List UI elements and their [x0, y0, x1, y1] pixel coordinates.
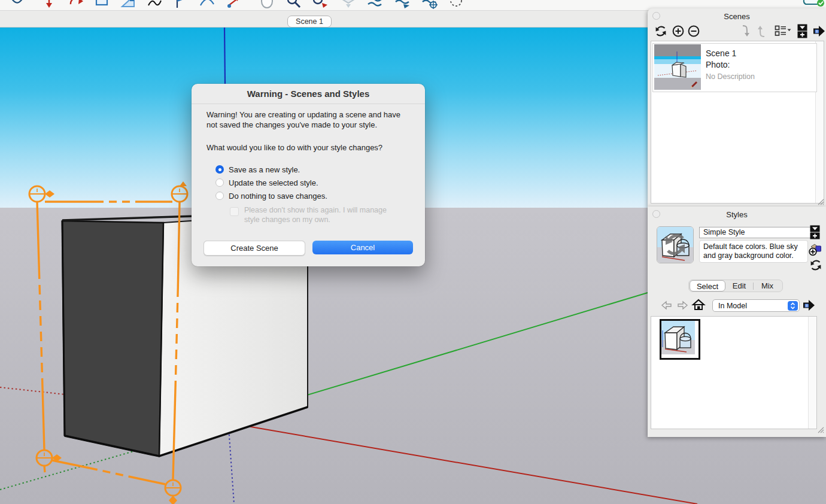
move-scene-up-icon[interactable]: [756, 24, 767, 41]
cloud-sync-ok-icon[interactable]: [800, 0, 826, 8]
style-list-item-selected[interactable]: [660, 319, 700, 360]
tab-select[interactable]: Select: [690, 280, 725, 292]
styles-panel: Styles Simple Style Default face colors.…: [648, 207, 826, 437]
add-scene-icon[interactable]: [672, 25, 685, 40]
arc-tool-icon[interactable]: [8, 0, 25, 10]
scene-list-item[interactable]: Scene 1 Photo: No Description: [652, 43, 817, 92]
move-pin-icon[interactable]: [41, 0, 57, 10]
create-style-icon[interactable]: [808, 242, 822, 259]
style-list: [651, 316, 817, 429]
update-scene-icon[interactable]: [654, 25, 667, 40]
style-collection-dropdown[interactable]: In Model: [712, 299, 800, 312]
option-label[interactable]: Save as a new style.: [229, 165, 300, 174]
details-menu-icon[interactable]: [802, 299, 816, 314]
warning-dialog: Warning - Scenes and Styles Warning! You…: [192, 84, 425, 266]
secondary-pane-icon[interactable]: [810, 225, 820, 242]
scene-tab-active[interactable]: Scene 1: [287, 16, 332, 28]
collection-value: In Model: [718, 302, 747, 310]
back-icon[interactable]: [661, 300, 673, 313]
cube-front-face[interactable]: [62, 221, 163, 456]
shape-outline-icon[interactable]: [259, 0, 275, 10]
scene-name: Scene 1: [706, 48, 736, 58]
tab-edit[interactable]: Edit: [725, 281, 753, 290]
option-save-new-style[interactable]: Save as a new style.: [215, 165, 300, 174]
curve-tool-icon[interactable]: [199, 0, 215, 10]
style-name-field[interactable]: Simple Style: [699, 227, 812, 238]
tab-mix[interactable]: Mix: [754, 281, 781, 290]
dont-show-again-row: Please don't show this again. I will man…: [230, 206, 395, 224]
option-do-nothing[interactable]: Do nothing to save changes.: [215, 191, 327, 201]
home-icon[interactable]: [691, 298, 706, 314]
move-scene-down-icon[interactable]: [740, 24, 751, 41]
sandbox-settings-icon[interactable]: [421, 0, 438, 10]
lasso-select-icon[interactable]: [448, 0, 464, 10]
current-style-thumbnail[interactable]: [657, 226, 694, 263]
style-list-scrollbar[interactable]: [808, 317, 816, 429]
sandbox-smoove-icon[interactable]: [394, 0, 411, 10]
option-label[interactable]: Do nothing to save changes.: [229, 192, 327, 201]
styles-tab-group: Select Edit Mix: [688, 280, 783, 292]
view-options-icon[interactable]: [775, 25, 792, 40]
cancel-button[interactable]: Cancel: [312, 241, 413, 254]
rectangle-tool-icon[interactable]: [93, 0, 110, 10]
radio-selected-icon[interactable]: [215, 165, 224, 174]
option-update-style[interactable]: Update the selected style.: [215, 178, 318, 187]
dropdown-stepper-icon: [788, 301, 798, 311]
section-stack-icon[interactable]: [340, 0, 357, 10]
axes-tool-icon[interactable]: [225, 0, 242, 10]
styles-panel-title: Styles: [648, 210, 826, 219]
sandbox-contours-icon[interactable]: [366, 0, 383, 10]
scenes-panel-title: Scenes: [648, 12, 826, 21]
dont-show-again-label: Please don't show this again. I will man…: [244, 206, 395, 224]
scenes-panel: Scenes: [648, 8, 826, 207]
option-label[interactable]: Update the selected style.: [229, 178, 318, 187]
details-menu-icon[interactable]: [812, 25, 826, 40]
secondary-pane-icon[interactable]: [797, 24, 807, 41]
panel-resize-grip[interactable]: [816, 198, 824, 205]
dialog-title: Warning - Scenes and Styles: [192, 84, 425, 104]
dont-show-again-checkbox: [230, 207, 239, 216]
dialog-question-text: What would you like to do with your styl…: [206, 143, 413, 152]
panel-resize-grip[interactable]: [816, 426, 824, 433]
scene-list: Scene 1 Photo: No Description: [651, 41, 824, 204]
edit-pencil-icon: [690, 79, 700, 89]
freehand-tool-icon[interactable]: [146, 0, 163, 10]
pushpull-flag-icon[interactable]: [172, 0, 189, 10]
forward-icon[interactable]: [676, 300, 688, 313]
rotate-tool-icon[interactable]: [67, 0, 84, 10]
update-style-icon[interactable]: [809, 259, 822, 274]
zoom-window-icon[interactable]: [311, 0, 328, 10]
sketchup-window: { "scene_tabs": { "active_tab": "Scene 1…: [0, 0, 826, 504]
scene-thumbnail[interactable]: [654, 44, 701, 90]
create-scene-button[interactable]: Create Scene: [204, 241, 305, 256]
scene-description: No Description: [706, 72, 755, 81]
dialog-warning-text: Warning! You are creating or updating a …: [206, 110, 413, 130]
scene-photo-label: Photo:: [706, 60, 730, 69]
scale-tool-icon[interactable]: [120, 0, 136, 10]
style-description-field[interactable]: Default face colors. Blue sky and gray b…: [699, 240, 808, 263]
axis-blue: [224, 27, 225, 84]
radio-icon[interactable]: [215, 192, 224, 200]
radio-icon[interactable]: [215, 178, 224, 187]
zoom-tool-icon[interactable]: [285, 0, 302, 10]
remove-scene-icon[interactable]: [687, 25, 700, 40]
